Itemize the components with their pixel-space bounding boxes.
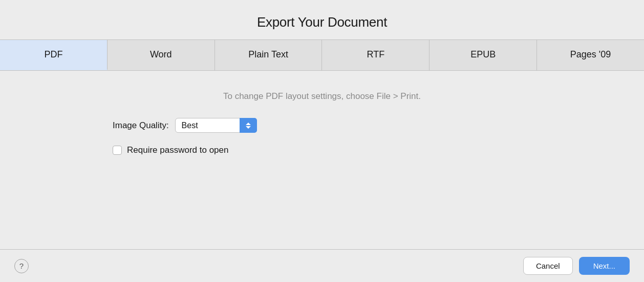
hint-text: To change PDF layout settings, choose Fi…	[223, 91, 421, 102]
tab-word[interactable]: Word	[108, 40, 215, 70]
tab-pdf[interactable]: PDF	[0, 40, 108, 70]
footer: ? Cancel Next...	[0, 249, 644, 282]
tab-bar: PDF Word Plain Text RTF EPUB Pages '09	[0, 39, 644, 71]
image-quality-select[interactable]: Best Better Good	[175, 118, 257, 133]
help-button[interactable]: ?	[14, 259, 29, 273]
dialog-title: Export Your Document	[0, 0, 644, 39]
password-row: Require password to open	[113, 145, 228, 155]
export-dialog: Export Your Document PDF Word Plain Text…	[0, 0, 644, 282]
tab-pages09[interactable]: Pages '09	[537, 40, 644, 70]
image-quality-row: Image Quality: Best Better Good	[113, 118, 257, 133]
tab-plain-text[interactable]: Plain Text	[215, 40, 323, 70]
tab-rtf[interactable]: RTF	[322, 40, 430, 70]
content-area: To change PDF layout settings, choose Fi…	[0, 71, 644, 249]
footer-buttons: Cancel Next...	[523, 257, 630, 275]
cancel-button[interactable]: Cancel	[523, 257, 573, 275]
password-label: Require password to open	[127, 145, 228, 155]
next-button[interactable]: Next...	[579, 257, 630, 275]
password-checkbox[interactable]	[113, 146, 122, 155]
image-quality-label: Image Quality:	[113, 120, 169, 131]
tab-epub[interactable]: EPUB	[430, 40, 537, 70]
quality-select-wrapper: Best Better Good	[175, 118, 257, 133]
